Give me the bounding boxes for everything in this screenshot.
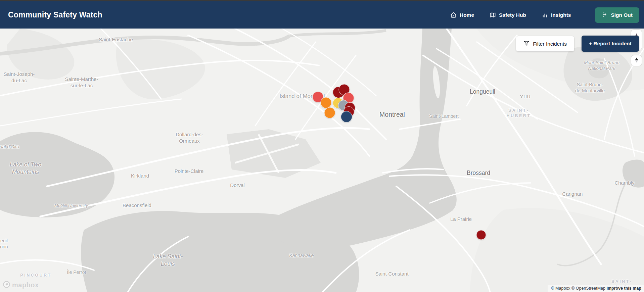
mapbox-logo-word: mapbox [12, 281, 39, 289]
compass-button[interactable] [631, 55, 642, 66]
app-header: Community Safety Watch Home Safety Hub I… [0, 1, 644, 29]
mapbox-logo[interactable]: mapbox [3, 281, 39, 290]
map-background [0, 29, 644, 292]
attribution: © Mapbox © OpenStreetMap Improve this ma… [548, 285, 644, 292]
filter-incidents-button[interactable]: Filter Incidents [516, 36, 574, 51]
nav-safety-hub[interactable]: Safety Hub [490, 12, 526, 18]
nav-safety-hub-label: Safety Hub [499, 12, 526, 18]
osm-attribution-link[interactable]: © OpenStreetMap [571, 286, 605, 291]
funnel-icon [523, 40, 530, 48]
report-incident-button[interactable]: + Report Incident [582, 36, 639, 52]
main-nav: Home Safety Hub Insights Sign Out [450, 7, 639, 23]
home-icon [450, 12, 457, 18]
sign-out-label: Sign Out [611, 12, 633, 18]
compass-icon [633, 56, 640, 65]
nav-home[interactable]: Home [450, 12, 474, 18]
filter-incidents-label: Filter Incidents [533, 41, 567, 47]
nav-insights-label: Insights [551, 12, 571, 18]
app-title: Community Safety Watch [8, 10, 102, 19]
logout-icon [602, 11, 608, 19]
incident-marker[interactable] [341, 111, 352, 123]
incident-marker[interactable] [324, 107, 335, 118]
mapbox-attribution-link[interactable]: © Mapbox [551, 286, 570, 291]
incident-marker[interactable] [321, 97, 332, 108]
nav-insights[interactable]: Insights [542, 12, 571, 18]
map-canvas[interactable]: Saint-EustacheSaint-Joseph- du-LacSainte… [0, 29, 644, 292]
improve-map-link[interactable]: Improve this map [607, 286, 642, 291]
sign-out-button[interactable]: Sign Out [595, 7, 639, 23]
mapbox-logo-icon [3, 281, 10, 290]
map-icon [490, 12, 496, 18]
nav-home-label: Home [460, 12, 474, 18]
incident-marker[interactable] [476, 230, 486, 240]
bar-chart-icon [542, 12, 548, 18]
